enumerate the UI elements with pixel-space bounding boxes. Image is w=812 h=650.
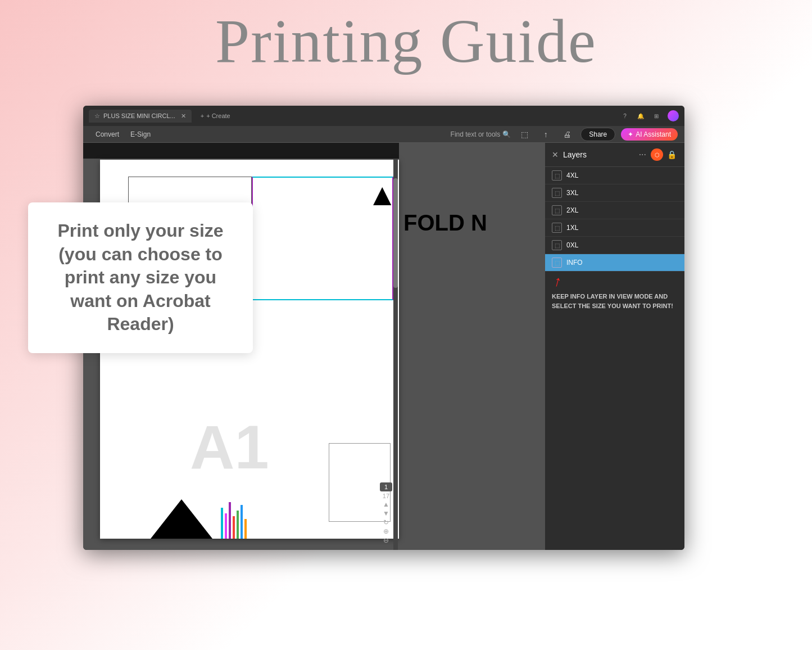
layers-close-button[interactable]: ✕: [552, 150, 559, 159]
tab-new-button[interactable]: + + Create: [196, 110, 235, 121]
layer-visibility-icon[interactable]: ⬚: [552, 240, 562, 250]
layer-item-0xl[interactable]: ⬚ 0XL: [545, 237, 684, 254]
save-icon[interactable]: ⬚: [516, 127, 532, 142]
lock-icon: 🔒: [665, 148, 678, 161]
search-icon: 🔍: [502, 130, 511, 138]
layers-menu-button[interactable]: ···: [639, 150, 646, 160]
layers-header: ✕ Layers ··· ⬡ 🔒: [545, 143, 684, 167]
ai-icon: ✦: [628, 130, 633, 138]
find-label: Find text or tools: [451, 130, 501, 138]
find-tools-box[interactable]: Find text or tools 🔍: [451, 130, 511, 138]
layers-panel: ✕ Layers ··· ⬡ 🔒 ⬚ 4XL ⬚ 3XL ⬚ 2XL ⬚: [545, 143, 684, 550]
zoom-in-icon[interactable]: ⊕: [383, 527, 389, 535]
print-icon[interactable]: 🖨: [559, 127, 575, 142]
title-bar-icons: ? 🔔 ⊞: [620, 110, 679, 121]
page-up-icon[interactable]: ▲: [383, 500, 389, 508]
acrobat-tab[interactable]: ☆ PLUS SIZE MINI CIRCL... ✕: [89, 110, 192, 123]
layer-name: 2XL: [566, 206, 578, 214]
plus-icon: +: [201, 112, 204, 119]
star-icon: ☆: [94, 112, 100, 120]
layer-name-active: INFO: [566, 259, 583, 267]
layer-item-2xl[interactable]: ⬚ 2XL: [545, 202, 684, 219]
bell-icon[interactable]: 🔔: [636, 111, 645, 120]
ai-label: AI Assistant: [636, 130, 671, 138]
page-current: 1: [380, 482, 392, 491]
create-label: + Create: [206, 112, 230, 119]
layer-visibility-icon[interactable]: ⬚: [552, 170, 562, 180]
layer-visibility-icon[interactable]: ⬚: [552, 188, 562, 198]
overlay-text-box: Print only your size (you can choose to …: [28, 202, 253, 353]
menu-esign[interactable]: E-Sign: [125, 128, 156, 141]
overlay-text: Print only your size (you can choose to …: [48, 219, 233, 336]
pdf-black-triangle: [151, 499, 212, 539]
layer-item-1xl[interactable]: ⬚ 1XL: [545, 219, 684, 237]
layers-instruction: ↑ KEEP INFO LAYER IN VIEW MODE AND SELEC…: [545, 272, 684, 319]
layer-item-3xl[interactable]: ⬚ 3XL: [545, 184, 684, 202]
layers-title: Layers: [563, 150, 639, 159]
page-nav: 1 17 ▲ ▼ ↻ ⊕ ⊖: [380, 482, 392, 544]
pdf-a1-label: A1: [190, 411, 269, 482]
layer-name: 3XL: [566, 189, 578, 197]
layer-visibility-icon[interactable]: ⬚: [552, 223, 562, 233]
layer-visibility-icon[interactable]: ⬚: [552, 205, 562, 215]
tab-close-icon[interactable]: ✕: [181, 112, 186, 120]
help-icon[interactable]: ?: [620, 111, 629, 120]
pdf-fold-text: FOLD N: [403, 210, 487, 236]
title-bar: ☆ PLUS SIZE MINI CIRCL... ✕ + + Create ?…: [83, 106, 684, 126]
page-title: Printing Guide: [215, 6, 597, 77]
red-arrow-icon: ↑: [552, 272, 564, 291]
toolbar-right: Find text or tools 🔍 ⬚ ↑ 🖨 Share ✦ AI As…: [451, 127, 678, 142]
rotate-icon[interactable]: ↻: [383, 518, 389, 526]
layer-item-4xl[interactable]: ⬚ 4XL: [545, 167, 684, 184]
upload-icon[interactable]: ↑: [538, 127, 554, 142]
scrollbar-thumb[interactable]: [393, 178, 398, 288]
layer-name: 0XL: [566, 241, 578, 249]
zoom-out-icon[interactable]: ⊖: [383, 536, 389, 544]
pdf-colored-lines: [221, 502, 247, 539]
layer-name: 1XL: [566, 224, 578, 232]
ai-assistant-button[interactable]: ✦ AI Assistant: [621, 128, 678, 141]
layer-visibility-icon[interactable]: ⬚: [552, 258, 562, 268]
scrollbar-track[interactable]: [393, 159, 398, 550]
layers-icon-button[interactable]: ⬡: [651, 148, 663, 161]
menu-convert[interactable]: Convert: [90, 128, 125, 141]
page-down-icon[interactable]: ▼: [383, 509, 389, 517]
layer-item-info[interactable]: ⬚ INFO: [545, 254, 684, 272]
menu-bar: Convert E-Sign Find text or tools 🔍 ⬚ ↑ …: [83, 126, 684, 143]
share-button[interactable]: Share: [580, 128, 615, 141]
instruction-text: KEEP INFO LAYER IN VIEW MODE AND SELECT …: [552, 292, 678, 310]
page-total: 17: [383, 493, 389, 499]
grid-icon[interactable]: ⊞: [652, 111, 661, 120]
tab-label: PLUS SIZE MINI CIRCL...: [103, 112, 175, 119]
user-avatar[interactable]: [668, 110, 679, 121]
layer-name: 4XL: [566, 171, 578, 179]
